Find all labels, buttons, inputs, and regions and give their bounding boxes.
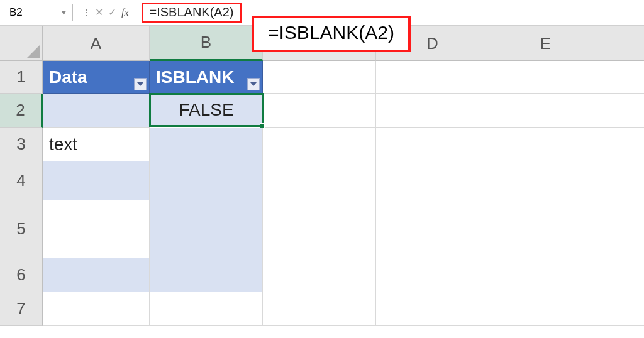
cell-f1[interactable]: [602, 61, 644, 94]
cell-b2[interactable]: FALSE: [149, 93, 264, 127]
row-header-6[interactable]: 6: [0, 258, 43, 292]
select-all-corner[interactable]: [0, 26, 43, 61]
cell-a3[interactable]: text: [43, 128, 150, 161]
cell-d3[interactable]: [376, 128, 489, 161]
cell-d1[interactable]: [376, 61, 489, 94]
col-header-e[interactable]: E: [489, 26, 602, 61]
cell-f5[interactable]: [602, 200, 644, 258]
cell-e4[interactable]: [489, 161, 602, 200]
cell-a4[interactable]: [43, 161, 150, 200]
name-box-value: B2: [9, 6, 23, 19]
spreadsheet-grid: A B C D E 1 Data ISBLANK 2 FALSE 3 text …: [0, 25, 644, 326]
cell-d4[interactable]: [376, 161, 489, 200]
table-header-isblank[interactable]: ISBLANK: [150, 61, 263, 94]
cancel-icon[interactable]: ✕: [95, 6, 103, 18]
cell-d2[interactable]: [376, 94, 489, 128]
cell-b6[interactable]: [150, 258, 263, 292]
cell-c3[interactable]: [263, 128, 376, 161]
cell-c7[interactable]: [263, 292, 376, 326]
cell-b5[interactable]: [150, 200, 263, 258]
row-header-3[interactable]: 3: [0, 128, 43, 161]
cell-a6[interactable]: [43, 258, 150, 292]
fx-icon[interactable]: fx: [121, 7, 129, 18]
cell-e7[interactable]: [489, 292, 602, 326]
chevron-down-icon: ▼: [60, 9, 67, 16]
row-header-4[interactable]: 4: [0, 161, 43, 200]
table-header-label: Data: [49, 67, 87, 87]
cell-f4[interactable]: [602, 161, 644, 200]
cell-e6[interactable]: [489, 258, 602, 292]
cell-e1[interactable]: [489, 61, 602, 94]
cell-a5[interactable]: [43, 200, 150, 258]
cell-b3[interactable]: [150, 128, 263, 161]
row-header-1[interactable]: 1: [0, 61, 43, 94]
cell-c5[interactable]: [263, 200, 376, 258]
cell-e2[interactable]: [489, 94, 602, 128]
cell-c1[interactable]: [263, 61, 376, 94]
table-header-data[interactable]: Data: [43, 61, 150, 94]
cell-c4[interactable]: [263, 161, 376, 200]
filter-icon[interactable]: [247, 78, 260, 90]
cell-a7[interactable]: [43, 292, 150, 326]
cell-b4[interactable]: [150, 161, 263, 200]
cell-value: FALSE: [179, 100, 233, 120]
row-header-5[interactable]: 5: [0, 200, 43, 258]
col-header-extra[interactable]: [602, 26, 644, 61]
formula-bar-buttons: ⋮ ✕ ✓ fx: [77, 6, 138, 18]
more-icon[interactable]: ⋮: [82, 8, 90, 18]
row-header-2[interactable]: 2: [0, 94, 43, 128]
cell-f3[interactable]: [602, 128, 644, 161]
cell-e5[interactable]: [489, 200, 602, 258]
cell-f2[interactable]: [602, 94, 644, 128]
col-header-a[interactable]: A: [43, 26, 150, 61]
table-header-label: ISBLANK: [156, 67, 234, 87]
cell-c2[interactable]: [263, 94, 376, 128]
cell-a2[interactable]: [43, 94, 150, 128]
cell-e3[interactable]: [489, 128, 602, 161]
filter-icon[interactable]: [134, 78, 147, 90]
name-box[interactable]: B2 ▼: [4, 4, 73, 21]
enter-icon[interactable]: ✓: [108, 6, 116, 18]
cell-b7[interactable]: [150, 292, 263, 326]
formula-callout: =ISBLANK(A2): [252, 16, 411, 52]
cell-d5[interactable]: [376, 200, 489, 258]
cell-d7[interactable]: [376, 292, 489, 326]
cell-d6[interactable]: [376, 258, 489, 292]
cell-c6[interactable]: [263, 258, 376, 292]
fill-handle[interactable]: [260, 123, 265, 128]
cell-f6[interactable]: [602, 258, 644, 292]
cell-value: text: [49, 134, 77, 155]
formula-text: =ISBLANK(A2): [142, 3, 242, 23]
row-header-7[interactable]: 7: [0, 292, 43, 326]
col-header-b[interactable]: B: [150, 26, 263, 61]
cell-f7[interactable]: [602, 292, 644, 326]
